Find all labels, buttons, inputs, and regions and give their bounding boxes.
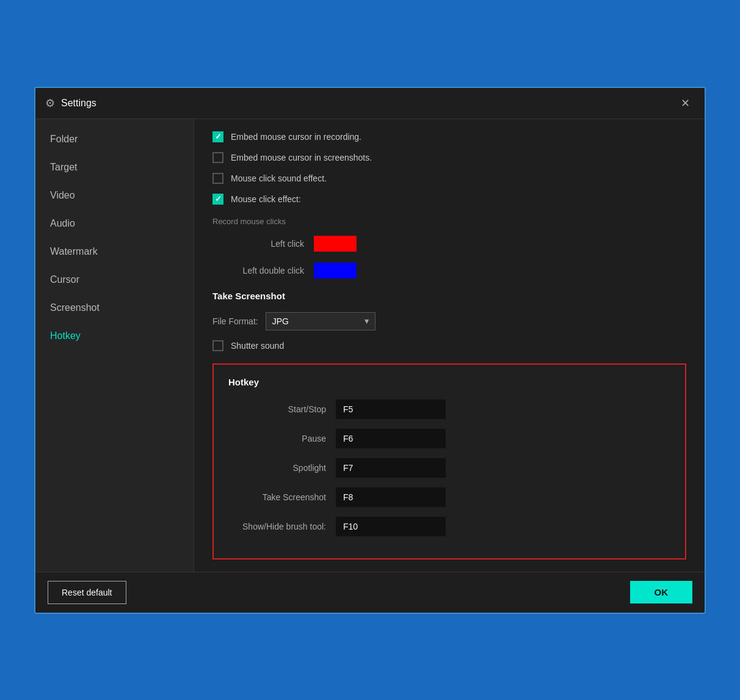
left-double-click-color[interactable]	[314, 263, 357, 279]
sidebar-item-video[interactable]: Video	[35, 181, 194, 210]
left-click-color[interactable]	[314, 236, 357, 252]
checkbox-row-click-effect: Mouse click effect:	[212, 194, 686, 205]
sidebar-item-folder[interactable]: Folder	[35, 125, 194, 153]
checkbox-row-embed-screenshots: Embed mouse cursor in screenshots.	[212, 152, 686, 163]
content-area: Embed mouse cursor in recording. Embed m…	[194, 119, 705, 572]
record-clicks-label: Record mouse clicks	[212, 217, 686, 226]
hotkey-row-spotlight: Spotlight	[228, 458, 670, 478]
sidebar-item-cursor[interactable]: Cursor	[35, 266, 194, 294]
hotkey-input-spotlight[interactable]	[336, 458, 446, 478]
sidebar-item-screenshot[interactable]: Screenshot	[35, 294, 194, 322]
footer: Reset default OK	[35, 572, 705, 613]
cursor-section: Embed mouse cursor in recording. Embed m…	[212, 131, 686, 205]
file-format-select[interactable]: JPG PNG BMP	[266, 312, 375, 330]
checkbox-embed-screenshots[interactable]	[212, 152, 223, 163]
hotkey-row-brush-tool: Show/Hide brush tool:	[228, 517, 670, 536]
settings-window: ⚙ Settings ✕ Folder Target Video Audio W…	[34, 87, 706, 614]
sidebar-item-watermark[interactable]: Watermark	[35, 238, 194, 266]
hotkey-label-pause: Pause	[228, 434, 326, 443]
settings-icon: ⚙	[45, 97, 55, 110]
file-format-select-wrapper: JPG PNG BMP	[266, 312, 375, 330]
ok-button[interactable]: OK	[630, 581, 693, 603]
file-format-row: File Format: JPG PNG BMP	[212, 312, 686, 330]
scroll-container[interactable]: Embed mouse cursor in recording. Embed m…	[194, 119, 705, 572]
left-click-label: Left click	[212, 239, 304, 249]
take-screenshot-title: Take Screenshot	[212, 291, 686, 301]
main-area: Folder Target Video Audio Watermark Curs…	[35, 119, 705, 572]
hotkey-row-pause: Pause	[228, 429, 670, 448]
close-button[interactable]: ✕	[676, 94, 695, 112]
checkbox-embed-screenshots-label: Embed mouse cursor in screenshots.	[231, 153, 372, 162]
window-title: Settings	[61, 98, 676, 109]
hotkey-label-startstop: Start/Stop	[228, 404, 326, 414]
hotkey-label-brush-tool: Show/Hide brush tool:	[228, 522, 326, 531]
hotkey-section-title: Hotkey	[228, 377, 670, 387]
shutter-sound-row: Shutter sound	[212, 340, 686, 351]
sidebar: Folder Target Video Audio Watermark Curs…	[35, 119, 194, 572]
hotkey-input-startstop[interactable]	[336, 399, 446, 419]
hotkey-label-take-screenshot: Take Screenshot	[228, 492, 326, 502]
checkbox-click-effect[interactable]	[212, 194, 223, 205]
checkbox-row-embed-recording: Embed mouse cursor in recording.	[212, 131, 686, 142]
left-double-click-row: Left double click	[212, 263, 686, 279]
hotkey-input-take-screenshot[interactable]	[336, 487, 446, 507]
sidebar-item-target[interactable]: Target	[35, 153, 194, 181]
checkbox-click-sound[interactable]	[212, 173, 223, 184]
reset-default-button[interactable]: Reset default	[48, 581, 126, 604]
titlebar: ⚙ Settings ✕	[35, 88, 705, 119]
hotkey-section: Hotkey Start/Stop Pause Spotlight T	[212, 363, 686, 560]
left-click-row: Left click	[212, 236, 686, 252]
left-double-click-label: Left double click	[212, 266, 304, 275]
take-screenshot-section: Take Screenshot File Format: JPG PNG BMP	[212, 291, 686, 351]
file-format-label: File Format:	[212, 316, 258, 326]
hotkey-row-startstop: Start/Stop	[228, 399, 670, 419]
sidebar-item-audio[interactable]: Audio	[35, 210, 194, 238]
sidebar-item-hotkey[interactable]: Hotkey	[35, 322, 194, 350]
checkbox-embed-recording-label: Embed mouse cursor in recording.	[231, 132, 361, 142]
hotkey-input-pause[interactable]	[336, 429, 446, 448]
checkbox-row-click-sound: Mouse click sound effect.	[212, 173, 686, 184]
hotkey-row-take-screenshot: Take Screenshot	[228, 487, 670, 507]
checkbox-shutter-sound[interactable]	[212, 340, 223, 351]
checkbox-embed-recording[interactable]	[212, 131, 223, 142]
shutter-sound-label: Shutter sound	[231, 341, 284, 351]
record-clicks-section: Record mouse clicks Left click Left doub…	[212, 217, 686, 279]
checkbox-click-sound-label: Mouse click sound effect.	[231, 173, 327, 183]
checkbox-click-effect-label: Mouse click effect:	[231, 194, 301, 204]
hotkey-input-brush-tool[interactable]	[336, 517, 446, 536]
hotkey-label-spotlight: Spotlight	[228, 463, 326, 473]
